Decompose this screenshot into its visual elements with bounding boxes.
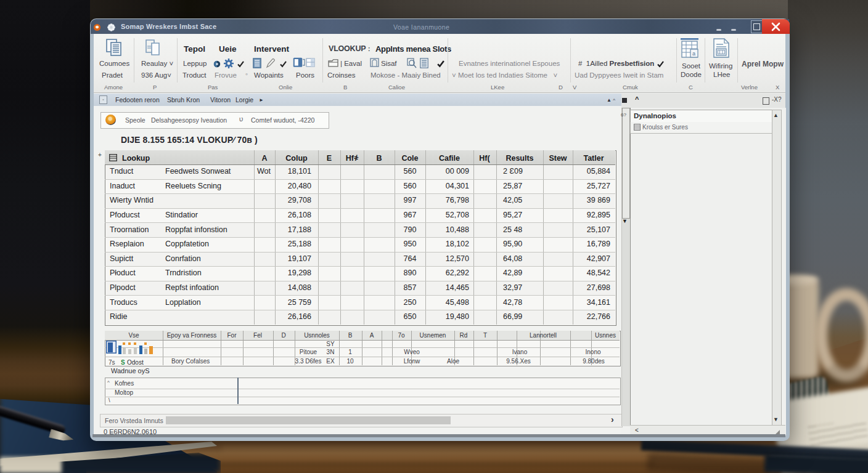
svg-text:a: a [692,51,695,57]
